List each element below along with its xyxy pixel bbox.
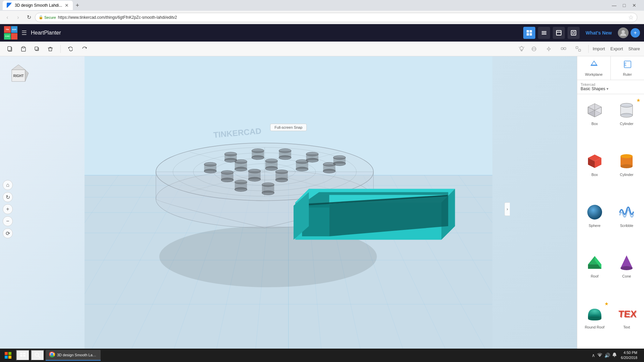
mirror-button[interactable] bbox=[543, 44, 555, 54]
svg-rect-11 bbox=[22, 47, 24, 48]
copy-button[interactable] bbox=[4, 44, 16, 54]
shapes-grid: Box ★ Cylinder bbox=[577, 94, 644, 351]
back-button[interactable]: ‹ bbox=[3, 13, 12, 22]
taskbar-chrome-app[interactable]: 3D design Smooth Lahdi bbox=[46, 350, 101, 361]
network-icon[interactable] bbox=[597, 353, 602, 358]
shape-cylinder-orange[interactable]: Cylinder bbox=[612, 148, 642, 196]
shape-roof-label: Roof bbox=[591, 274, 598, 278]
user-avatar-button[interactable] bbox=[618, 27, 629, 38]
import-button[interactable]: Import bbox=[593, 46, 605, 51]
shape-scribble[interactable]: Scribble bbox=[612, 199, 642, 247]
rotate-view-button[interactable]: ↻ bbox=[3, 192, 13, 202]
notification-icon[interactable] bbox=[612, 352, 617, 359]
delete-button[interactable] bbox=[44, 44, 56, 54]
shape-cylinder-orange-label: Cylinder bbox=[620, 173, 633, 177]
start-button[interactable] bbox=[1, 350, 15, 361]
shape-roof-green[interactable]: Roof bbox=[580, 249, 609, 298]
logo-cell-bl: CAD bbox=[4, 33, 11, 40]
svg-point-82 bbox=[265, 166, 277, 170]
undo-button[interactable] bbox=[65, 44, 77, 54]
search-button[interactable] bbox=[31, 350, 44, 361]
restore-button[interactable]: □ bbox=[620, 1, 629, 10]
show-desktop-button[interactable] bbox=[641, 349, 643, 361]
svg-point-143 bbox=[587, 205, 602, 220]
svg-point-97 bbox=[275, 178, 287, 182]
toolbar-divider-1 bbox=[60, 45, 61, 53]
whats-new-button[interactable]: What's New bbox=[582, 28, 615, 38]
package-button[interactable] bbox=[553, 27, 565, 39]
svg-rect-19 bbox=[579, 49, 581, 51]
tools-button[interactable] bbox=[538, 27, 550, 39]
svg-rect-18 bbox=[576, 47, 578, 49]
ruler-label: Ruler bbox=[623, 72, 632, 76]
shape-round-roof[interactable]: ★ bbox=[580, 300, 609, 349]
svg-rect-154 bbox=[8, 352, 11, 355]
zoom-in-button[interactable]: + bbox=[3, 204, 13, 214]
share-button[interactable]: Share bbox=[628, 46, 640, 51]
group-button[interactable] bbox=[557, 44, 570, 54]
close-button[interactable]: ✕ bbox=[630, 1, 639, 10]
align-button[interactable] bbox=[528, 44, 540, 54]
new-tab-button[interactable]: + bbox=[73, 1, 82, 10]
round-roof-star-icon: ★ bbox=[604, 301, 609, 306]
cylinder-star-icon: ★ bbox=[636, 98, 641, 103]
svg-rect-153 bbox=[5, 352, 8, 355]
taskbar-clock[interactable]: 4:50 PM 6/20/2018 bbox=[621, 350, 639, 361]
shape-text-3d[interactable]: TEXT TEXT Text bbox=[612, 300, 642, 349]
home-view-button[interactable]: ⌂ bbox=[3, 180, 13, 190]
clock-display: 4:50 PM 6/20/2018 bbox=[621, 350, 637, 361]
grid-view-button[interactable] bbox=[523, 27, 535, 39]
tab-favicon bbox=[7, 3, 12, 8]
shape-box-red[interactable]: Box bbox=[580, 148, 609, 196]
frame-button[interactable] bbox=[568, 27, 580, 39]
svg-rect-160 bbox=[23, 355, 25, 357]
shape-sphere-blue[interactable]: Sphere bbox=[580, 199, 609, 247]
shape-sphere-label: Sphere bbox=[589, 224, 600, 228]
reset-view-button[interactable]: ⟳ bbox=[3, 228, 13, 238]
hamburger-button[interactable]: ☰ bbox=[21, 29, 27, 37]
ruler-button[interactable]: Ruler bbox=[611, 56, 644, 80]
tab-close-button[interactable]: ✕ bbox=[65, 3, 69, 8]
shapes-category-name[interactable]: Basic Shapes bbox=[581, 86, 605, 91]
svg-point-161 bbox=[35, 353, 39, 356]
topbar-actions: What's New + bbox=[523, 27, 640, 39]
shape-cylinder-gray-label: Cylinder bbox=[620, 122, 633, 126]
minimize-button[interactable]: — bbox=[610, 1, 619, 10]
toolbar-group-edit bbox=[4, 44, 56, 54]
svg-marker-114 bbox=[12, 65, 25, 70]
task-view-button[interactable] bbox=[16, 350, 30, 361]
duplicate-button[interactable] bbox=[31, 44, 43, 54]
category-dropdown-arrow[interactable]: ▾ bbox=[606, 86, 608, 91]
chrome-taskbar-icon bbox=[49, 351, 55, 359]
svg-text:TEXT: TEXT bbox=[619, 309, 637, 320]
panel-expand-button[interactable]: › bbox=[504, 202, 510, 216]
svg-rect-1 bbox=[530, 30, 532, 33]
volume-icon[interactable]: 🔊 bbox=[604, 353, 610, 358]
export-button[interactable]: Export bbox=[610, 46, 623, 51]
shape-cone-purple[interactable]: Cone bbox=[612, 249, 642, 298]
windows-taskbar: 3D design Smooth Lahdi ∧ 🔊 4:50 PM 6/20/… bbox=[0, 349, 644, 362]
svg-point-76 bbox=[204, 169, 216, 173]
browser-tab[interactable]: 3D design Smooth Lahdi... ✕ bbox=[3, 1, 73, 10]
refresh-button[interactable]: ↻ bbox=[24, 13, 34, 22]
shape-cylinder-gray[interactable]: ★ Cylinder bbox=[612, 97, 642, 145]
forward-button[interactable]: › bbox=[13, 13, 23, 22]
add-user-button[interactable]: + bbox=[631, 28, 640, 38]
viewport[interactable]: TINKERCAD RIGHT Full-screen Snap ⌂ bbox=[0, 56, 577, 362]
app-container: TIN KER CAD ☰ HeartPlanter What's New bbox=[0, 24, 644, 362]
redo-button[interactable] bbox=[78, 44, 90, 54]
workplane-button[interactable]: Workplane bbox=[577, 56, 611, 80]
svg-rect-0 bbox=[527, 30, 529, 33]
svg-point-14 bbox=[520, 47, 523, 50]
hint-icon bbox=[518, 45, 525, 53]
bookmark-star-icon[interactable]: ☆ bbox=[628, 14, 634, 21]
ungroup-button[interactable] bbox=[572, 44, 584, 54]
address-bar[interactable]: 🔒 Secure https://www.tinkercad.com/thing… bbox=[35, 13, 637, 22]
view-cube[interactable]: RIGHT bbox=[7, 63, 27, 83]
zoom-out-button[interactable]: − bbox=[3, 216, 13, 226]
toolbar-group-history bbox=[65, 44, 90, 54]
paste-button[interactable] bbox=[17, 44, 30, 54]
shape-box-gray[interactable]: Box bbox=[580, 97, 609, 145]
project-name[interactable]: HeartPlanter bbox=[31, 30, 61, 36]
tray-arrow-icon[interactable]: ∧ bbox=[592, 353, 595, 358]
